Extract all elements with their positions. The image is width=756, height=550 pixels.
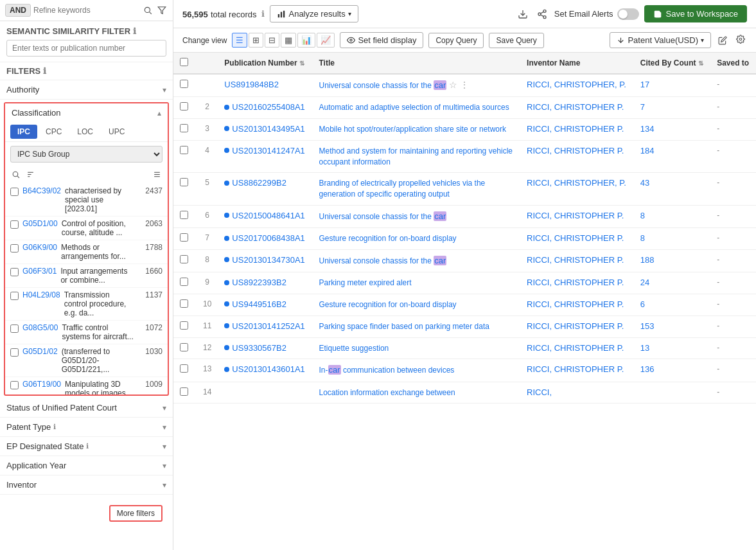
ipc-check-7[interactable]	[10, 348, 19, 357]
ipc-check-5[interactable]	[10, 292, 19, 300]
cited-link[interactable]: 17	[640, 80, 649, 89]
pub-link[interactable]: US8922393B2	[224, 278, 306, 287]
pub-link[interactable]: US20170068438A1	[224, 233, 306, 243]
ipc-subgroup-select[interactable]: IPC Sub Group IPC Group IPC Class	[10, 146, 163, 163]
inventor-link[interactable]: RICCI, CHRISTOPHER P.	[527, 255, 624, 265]
row-checkbox[interactable]	[180, 255, 188, 263]
inventor-link[interactable]: RICCI, CHRISTOPHER, P.	[527, 178, 626, 188]
row-checkbox[interactable]	[180, 146, 188, 154]
save-query-button[interactable]: Save Query	[489, 33, 543, 48]
analyze-results-button[interactable]: Analyze results ▾	[270, 5, 358, 22]
ipc-code-3[interactable]: G06K9/00	[22, 243, 57, 252]
pub-link[interactable]: US9330567B2	[224, 343, 306, 353]
cited-link[interactable]: 6	[640, 299, 645, 309]
view-grid-icon[interactable]: ⊟	[265, 33, 279, 48]
row-checkbox[interactable]	[180, 278, 188, 286]
title-link[interactable]: Gesture recognition for on-board display	[319, 300, 456, 309]
star-button[interactable]: ☆	[449, 80, 457, 90]
inventor-link[interactable]: RICCI, CHRISTOPHER P.	[527, 211, 624, 220]
row-checkbox[interactable]	[180, 80, 188, 88]
keyword-input[interactable]	[33, 6, 139, 15]
pub-link[interactable]: US9449516B2	[224, 299, 306, 309]
pub-link[interactable]: US20130141247A1	[224, 146, 306, 155]
view-list-icon[interactable]: ☰	[232, 33, 247, 48]
cited-link[interactable]: 8	[640, 211, 645, 220]
title-link[interactable]: Mobile hot spot/router/application share…	[319, 125, 506, 134]
col-header-pub[interactable]: Publication Number ⇅	[218, 53, 312, 74]
cited-link[interactable]: 43	[640, 178, 649, 188]
pub-link[interactable]: US20130143495A1	[224, 124, 306, 134]
cited-link[interactable]: 184	[640, 146, 655, 155]
similarity-input[interactable]	[6, 40, 166, 57]
ipc-search-icon[interactable]	[10, 169, 21, 180]
share-icon[interactable]	[535, 7, 549, 21]
title-link[interactable]: Branding of electrically propelled vehic…	[319, 179, 485, 199]
inventor-link[interactable]: RICCI, CHRISTOPHER, P.	[527, 80, 626, 89]
ipc-sort2-icon[interactable]	[152, 169, 163, 180]
title-link[interactable]: Universal console chassis for the car	[319, 81, 446, 90]
row-checkbox[interactable]	[180, 299, 188, 308]
ep-designated-filter[interactable]: EP Designated State ℹ ▾	[0, 437, 173, 456]
pub-link[interactable]: US20150048641A1	[224, 211, 306, 220]
cited-link[interactable]: 188	[640, 255, 655, 265]
gear-icon[interactable]	[734, 33, 747, 48]
title-link[interactable]: Universal console chassis for the car	[319, 256, 446, 265]
ipc-check-4[interactable]	[10, 268, 19, 276]
save-to-workspace-button[interactable]: Save to Workspace	[644, 5, 747, 22]
cited-link[interactable]: 8	[640, 233, 645, 243]
pub-link[interactable]: US20130143601A1	[224, 364, 306, 374]
inventor-link[interactable]: RICCI, CHRISTOPHER P.	[527, 124, 624, 134]
title-link[interactable]: Parking meter expired alert	[319, 278, 411, 287]
view-card-icon[interactable]: ▦	[281, 33, 296, 48]
ipc-code-5[interactable]: H04L29/08	[22, 290, 60, 299]
title-link[interactable]: Location information exchange between	[319, 388, 455, 397]
row-checkbox[interactable]	[180, 211, 188, 219]
title-link[interactable]: Parking space finder based on parking me…	[319, 322, 489, 331]
ipc-check-8[interactable]	[10, 381, 19, 389]
inventor-link[interactable]: RICCI, CHRISTOPHER P.	[527, 278, 624, 287]
patent-type-filter[interactable]: Patent Type ℹ ▾	[0, 418, 173, 437]
tab-cpc[interactable]: CPC	[39, 125, 69, 139]
status-upc-filter[interactable]: Status of Unified Patent Court ▾	[0, 398, 173, 418]
title-link[interactable]: Etiquette suggestion	[319, 344, 389, 353]
ipc-check-6[interactable]	[10, 324, 19, 333]
filter-icon[interactable]	[156, 4, 168, 16]
ipc-code-1[interactable]: B64C39/02	[22, 186, 61, 195]
edit-icon[interactable]	[716, 34, 729, 47]
title-link[interactable]: In-car communication between devices	[319, 366, 454, 375]
more-filters-button[interactable]: More filters	[109, 505, 163, 522]
inventor-link[interactable]: RICCI, CHRISTOPHER P.	[527, 233, 624, 243]
pub-link[interactable]: US20160255408A1	[224, 102, 306, 112]
select-all-checkbox[interactable]	[180, 58, 188, 66]
cited-link[interactable]: 153	[640, 321, 655, 331]
title-link[interactable]: Universal console chassis for the car	[319, 212, 446, 221]
cited-link[interactable]: 134	[640, 124, 655, 134]
app-year-filter[interactable]: Application Year ▾	[0, 456, 173, 475]
inventor-link[interactable]: RICCI, CHRISTOPHER P.	[527, 102, 624, 112]
sort-patent-value-button[interactable]: Patent Value(USD) ▾	[610, 32, 711, 48]
copy-query-button[interactable]: Copy Query	[428, 33, 484, 48]
download-icon[interactable]	[516, 7, 530, 21]
col-header-cited[interactable]: Cited By Count ⇅	[634, 53, 710, 74]
title-link[interactable]: Automatic and adaptive selection of mult…	[319, 103, 509, 112]
ipc-code-7[interactable]: G05D1/02	[22, 347, 58, 356]
view-table-icon[interactable]: ⊞	[249, 33, 263, 48]
cited-link[interactable]: 13	[640, 343, 649, 353]
row-checkbox[interactable]	[180, 124, 188, 132]
row-checkbox[interactable]	[180, 364, 188, 373]
pub-link[interactable]: US8862299B2	[224, 178, 306, 188]
row-checkbox[interactable]	[180, 178, 188, 186]
inventor-link[interactable]: RICCI,	[527, 387, 552, 397]
ipc-check-1[interactable]	[10, 188, 19, 196]
ipc-code-2[interactable]: G05D1/00	[22, 219, 58, 228]
cited-link[interactable]: 7	[640, 102, 645, 112]
row-checkbox[interactable]	[180, 343, 188, 351]
row-checkbox[interactable]	[180, 321, 188, 330]
view-stats-icon[interactable]: 📈	[317, 33, 335, 48]
row-checkbox[interactable]	[180, 233, 188, 242]
search-icon[interactable]	[142, 4, 154, 16]
cited-link[interactable]: 136	[640, 364, 655, 374]
title-link[interactable]: Gesture recognition for on-board display	[319, 234, 456, 243]
inventor-link[interactable]: RICCI, CHRISTOPHER P.	[527, 299, 624, 309]
ipc-check-3[interactable]	[10, 244, 19, 253]
